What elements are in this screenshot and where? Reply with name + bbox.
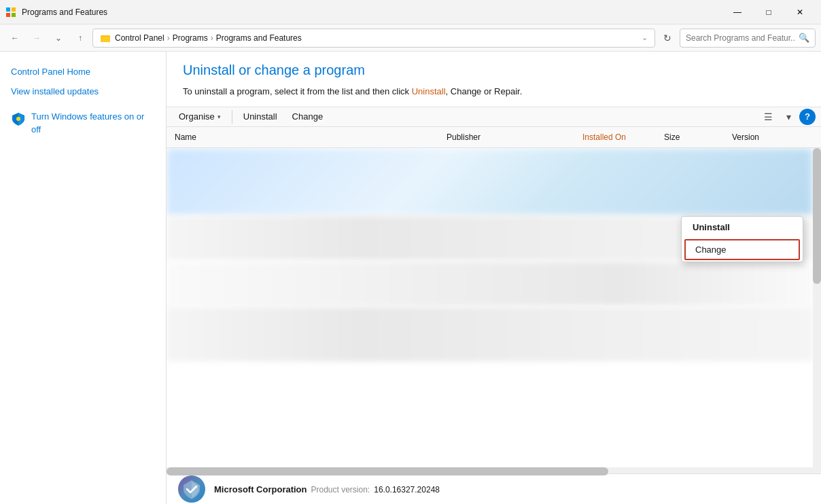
windows-features-label: Turn Windows features on or off bbox=[31, 110, 155, 137]
scrollbar-thumb[interactable] bbox=[813, 148, 821, 284]
title-bar: Programs and Features — □ ✕ bbox=[0, 0, 821, 24]
list-header: Name Publisher Installed On Size Version bbox=[167, 127, 821, 148]
forward-button[interactable]: → bbox=[27, 29, 46, 48]
table-row[interactable] bbox=[167, 307, 813, 361]
description-prefix: To uninstall a program, select it from t… bbox=[183, 86, 412, 96]
organise-dropdown-icon: ▾ bbox=[217, 113, 221, 120]
refresh-button[interactable]: ↻ bbox=[658, 29, 677, 48]
title-bar-left: Programs and Features bbox=[5, 7, 107, 18]
footer-product-label: Product version: bbox=[311, 485, 370, 494]
svg-rect-0 bbox=[6, 7, 10, 12]
path-part-2: Programs bbox=[173, 33, 208, 43]
uninstall-button[interactable]: Uninstall bbox=[237, 107, 284, 126]
list-body[interactable]: Uninstall Change bbox=[167, 148, 821, 468]
table-row[interactable] bbox=[167, 262, 813, 306]
close-button[interactable]: ✕ bbox=[784, 0, 816, 24]
description-suffix: , Change or Repair. bbox=[446, 86, 523, 96]
view-menu-button[interactable]: ☰ bbox=[758, 107, 778, 126]
context-menu: Uninstall Change bbox=[681, 216, 803, 262]
microsoft-logo bbox=[177, 475, 206, 503]
scrollbar[interactable] bbox=[813, 148, 821, 468]
svg-point-6 bbox=[16, 117, 20, 121]
column-publisher[interactable]: Publisher bbox=[444, 130, 580, 145]
svg-rect-3 bbox=[12, 13, 16, 17]
footer-version: 16.0.16327.20248 bbox=[374, 485, 440, 494]
window-controls: — □ ✕ bbox=[722, 0, 816, 24]
column-name[interactable]: Name bbox=[172, 130, 444, 145]
address-bar: ← → ⌄ ↑ Control Panel › Programs › Progr… bbox=[0, 24, 821, 52]
toolbar-separator-1 bbox=[232, 110, 232, 124]
path-dropdown-arrow[interactable]: ⌄ bbox=[642, 33, 648, 42]
toolbar: Organise ▾ Uninstall Change ☰ ▾ ? bbox=[167, 107, 821, 127]
search-icon: 🔍 bbox=[799, 33, 809, 43]
shield-icon bbox=[11, 111, 26, 126]
selected-row[interactable] bbox=[167, 148, 813, 216]
view-dropdown-arrow: ▾ bbox=[786, 111, 791, 122]
back-button[interactable]: ← bbox=[5, 29, 24, 48]
horizontal-scrollbar-thumb[interactable] bbox=[167, 467, 608, 475]
footer: Microsoft Corporation Product version: 1… bbox=[167, 473, 821, 504]
column-version[interactable]: Version bbox=[729, 130, 816, 145]
footer-info: Microsoft Corporation Product version: 1… bbox=[214, 484, 440, 494]
path-part-3: Programs and Features bbox=[216, 33, 302, 43]
footer-company: Microsoft Corporation bbox=[214, 484, 307, 494]
content-area: Uninstall or change a program To uninsta… bbox=[167, 52, 821, 504]
svg-rect-2 bbox=[6, 13, 10, 17]
folder-icon bbox=[100, 33, 111, 43]
search-box[interactable]: 🔍 bbox=[680, 29, 816, 48]
app-icon bbox=[5, 7, 16, 18]
address-path[interactable]: Control Panel › Programs › Programs and … bbox=[92, 29, 655, 48]
column-size[interactable]: Size bbox=[661, 130, 729, 145]
window-title: Programs and Features bbox=[22, 7, 107, 17]
svg-rect-5 bbox=[101, 37, 110, 42]
help-button[interactable]: ? bbox=[799, 109, 816, 125]
minimize-button[interactable]: — bbox=[722, 0, 753, 24]
up-button[interactable]: ↑ bbox=[71, 29, 90, 48]
content-header: Uninstall or change a program To uninsta… bbox=[167, 52, 821, 107]
context-menu-change[interactable]: Change bbox=[684, 239, 800, 260]
sidebar-item-view-installed-updates[interactable]: View installed updates bbox=[0, 82, 166, 102]
context-menu-uninstall[interactable]: Uninstall bbox=[682, 217, 803, 238]
sidebar-item-control-panel-home[interactable]: Control Panel Home bbox=[0, 62, 166, 82]
organise-button[interactable]: Organise ▾ bbox=[172, 107, 228, 126]
page-description: To uninstall a program, select it from t… bbox=[183, 85, 805, 98]
main-layout: Control Panel Home View installed update… bbox=[0, 52, 821, 504]
page-title: Uninstall or change a program bbox=[183, 62, 805, 78]
path-part-1: Control Panel bbox=[115, 33, 164, 43]
toolbar-right: ☰ ▾ ? bbox=[758, 107, 816, 126]
sidebar-item-windows-features[interactable]: Turn Windows features on or off bbox=[0, 107, 166, 139]
view-dropdown-button[interactable]: ▾ bbox=[779, 107, 798, 126]
svg-rect-1 bbox=[12, 7, 16, 12]
maximize-button[interactable]: □ bbox=[753, 0, 784, 24]
down-button[interactable]: ⌄ bbox=[49, 29, 68, 48]
search-input[interactable] bbox=[686, 33, 794, 43]
change-button[interactable]: Change bbox=[285, 107, 330, 126]
uninstall-link-text: Uninstall bbox=[412, 86, 446, 96]
column-installed-on[interactable]: Installed On bbox=[580, 130, 661, 145]
sidebar: Control Panel Home View installed update… bbox=[0, 52, 167, 504]
horizontal-scrollbar[interactable] bbox=[167, 467, 821, 473]
